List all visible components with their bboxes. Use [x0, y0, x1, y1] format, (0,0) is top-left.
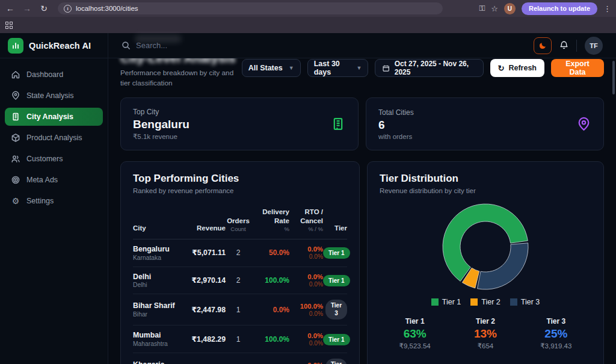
bookmark-star-icon[interactable]: ☆ [491, 4, 498, 13]
legend-swatch-tier1 [431, 298, 439, 306]
legend-swatch-tier3 [510, 298, 517, 306]
main-content: City-Level Analysis Performance breakdow… [108, 58, 616, 364]
chevron-down-icon: ▼ [289, 65, 294, 71]
browser-address-bar: ← → ↻ i localhost:3000/cities ⚿ ☆ U Rela… [0, 0, 616, 17]
chevron-down-icon: ▼ [356, 65, 362, 71]
search-placeholder: Search... [136, 41, 167, 50]
panel-title: Top Performing Cities [133, 173, 347, 185]
tier2-stat: Tier 2 13% ₹654 [450, 317, 520, 350]
map-pin-icon [11, 91, 20, 100]
tier-badge: Tier 1 [323, 275, 350, 286]
total-cities-sub: with orders [378, 133, 414, 140]
refresh-button[interactable]: ↻ Refresh [490, 59, 544, 77]
kebab-menu-icon[interactable]: ⋮ [603, 4, 611, 13]
user-avatar[interactable]: TF [585, 37, 603, 55]
scrollbar-thumb[interactable] [612, 61, 615, 94]
sidebar-item-dashboard[interactable]: Dashboard [5, 66, 103, 84]
home-icon [11, 70, 20, 79]
sidebar-item-city-analysis[interactable]: City Analysis [5, 108, 103, 126]
package-icon [11, 133, 20, 143]
search-input[interactable]: Search... [122, 41, 534, 50]
tier3-stat: Tier 3 25% ₹3,919.43 [521, 317, 591, 350]
bell-icon [559, 41, 568, 50]
sidebar-item-product-analysis[interactable]: Product Analysis [5, 129, 103, 147]
tier-badge: Tier 3 [325, 359, 347, 364]
top-city-card: Top City Bengaluru ₹5.1k revenue [120, 97, 359, 150]
page-title: City-Level Analysis [120, 58, 242, 66]
panel-subtitle: Ranked by revenue performance [133, 187, 347, 194]
relaunch-button[interactable]: Relaunch to update [522, 2, 597, 15]
refresh-icon: ↻ [498, 64, 505, 73]
sidebar-item-meta-ads[interactable]: Meta Ads [5, 171, 103, 189]
sidebar-item-settings[interactable]: ⚙ Settings [5, 192, 103, 210]
chart-legend: Tier 1 Tier 2 Tier 3 [380, 298, 591, 306]
panel-title: Tier Distribution [380, 173, 591, 185]
tier-donut [440, 202, 531, 292]
search-icon [122, 41, 131, 50]
back-icon[interactable]: ← [5, 4, 16, 13]
tier-badge: Tier 1 [323, 247, 350, 259]
total-cities-value: 6 [378, 119, 414, 132]
brand-name: QuickReach AI [29, 41, 91, 51]
browser-profile-avatar[interactable]: U [504, 3, 516, 14]
card-label: Total Cities [378, 108, 414, 117]
page-subtitle: Performance breakdown by city and tier c… [120, 68, 242, 88]
sidebar-item-state-analysis[interactable]: State Analysis [5, 87, 103, 105]
building-icon [11, 112, 20, 122]
reload-icon[interactable]: ↻ [38, 4, 49, 13]
apps-grid-icon[interactable] [5, 22, 13, 29]
divider [576, 40, 577, 52]
target-icon [11, 175, 20, 185]
forward-icon[interactable]: → [22, 4, 32, 13]
users-icon [11, 154, 20, 164]
table-row[interactable]: DelhiDelhi ₹2,970.14 2 100.0% 0.0%0.0% T… [133, 267, 347, 295]
bookmarks-bar [0, 17, 616, 33]
table-header-row: City Revenue OrdersCount Delivery Rate% … [133, 208, 347, 239]
tier-distribution-panel: Tier Distribution Revenue distribution b… [367, 161, 604, 364]
gear-icon: ⚙ [11, 196, 20, 206]
date-range-picker[interactable]: Oct 27, 2025 - Nov 26, 2025 [375, 59, 483, 77]
map-pin-icon [576, 117, 591, 132]
tier1-stat: Tier 1 63% ₹9,523.54 [380, 317, 450, 350]
top-performing-cities-panel: Top Performing Cities Ranked by revenue … [120, 161, 360, 364]
tier-badge: Tier 3 [325, 300, 347, 319]
url-text: localhost:3000/cities [76, 5, 138, 12]
cities-table: City Revenue OrdersCount Delivery Rate% … [133, 208, 347, 364]
table-row[interactable]: BengaluruKarnataka ₹5,071.11 2 50.0% 0.0… [133, 239, 347, 267]
url-bar[interactable]: i localhost:3000/cities [58, 2, 443, 14]
brand: QuickReach AI [0, 33, 108, 58]
legend-swatch-tier2 [470, 298, 478, 306]
notifications-button[interactable] [559, 41, 568, 50]
table-row[interactable]: Bihar SharifBihar ₹2,447.98 1 0.0% 100.0… [133, 294, 347, 325]
building-icon [330, 116, 346, 132]
table-row[interactable]: MumbaiMaharashtra ₹1,482.29 1 100.0% 0.0… [133, 325, 347, 353]
tier-stats: Tier 1 63% ₹9,523.54 Tier 2 13% ₹654 Tie… [380, 317, 591, 350]
brand-logo-icon [8, 38, 23, 54]
moon-icon [538, 42, 547, 50]
panel-subtitle: Revenue distribution by city tier [380, 187, 591, 194]
info-circle-icon[interactable]: i [64, 5, 72, 13]
export-data-button[interactable]: Export Data [551, 59, 604, 77]
table-row[interactable]: KhagariaBihar ₹1,471.45 1 100.0% 0.0%0.0… [133, 353, 347, 364]
tier-badge: Tier 1 [323, 334, 350, 345]
topbar: Search... TF [108, 33, 616, 58]
top-city-sub: ₹5.1k revenue [133, 132, 189, 141]
top-city-value: Bengaluru [133, 118, 189, 131]
sidebar: QuickReach AI Dashboard State Analysis C… [0, 33, 108, 364]
date-range-select[interactable]: Last 30 days ▼ [307, 59, 369, 77]
state-filter-select[interactable]: All States ▼ [242, 59, 301, 77]
theme-toggle-button[interactable] [534, 37, 552, 54]
total-cities-card: Total Cities 6 with orders [366, 97, 604, 150]
sidebar-item-customers[interactable]: Customers [5, 150, 103, 168]
calendar-icon [383, 64, 389, 72]
password-key-icon[interactable]: ⚿ [479, 4, 485, 13]
card-label: Top City [133, 108, 189, 116]
